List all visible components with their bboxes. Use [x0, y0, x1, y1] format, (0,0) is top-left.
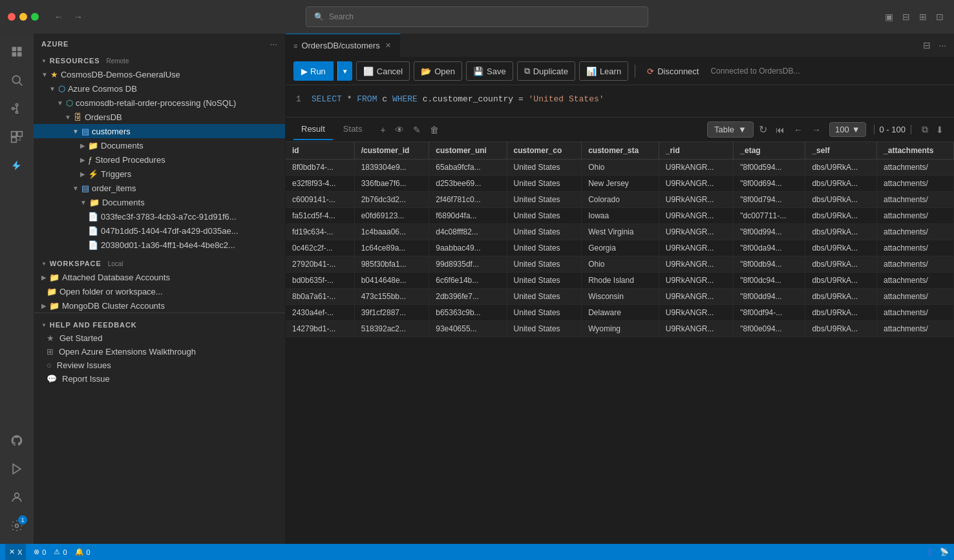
col-header-customer-co[interactable]: customer_co [507, 142, 582, 160]
view-mode-dropdown[interactable]: Table ▼ [707, 121, 754, 138]
table-row[interactable]: fa51cd5f-4...e0fd69123...f6890d4fa...Uni… [286, 208, 954, 224]
per-page-select[interactable]: 100 ▼ [829, 122, 866, 137]
add-tab-button[interactable]: + [377, 123, 388, 136]
open-button[interactable]: 📂 Open [414, 61, 462, 81]
activity-source-control[interactable] [4, 96, 30, 121]
folder-icon: 📁 [88, 141, 98, 150]
prev-page-button[interactable]: ← [790, 123, 806, 136]
tree-item-customers[interactable]: ▼ ▤ customers [34, 124, 285, 138]
run-dropdown-button[interactable]: ▼ [337, 61, 352, 81]
col-header-customer-sta[interactable]: customer_sta [582, 142, 659, 160]
search-box[interactable]: 🔍 Search [306, 6, 648, 27]
edit-button[interactable]: ✎ [410, 123, 423, 136]
status-account-icon[interactable]: 👤 [926, 548, 935, 556]
tree-item-stored-procs[interactable]: ▶ ƒ Stored Procedures [34, 152, 285, 167]
activity-explorer[interactable] [4, 39, 30, 65]
data-table-wrapper[interactable]: id /customer_id customer_uni customer_co… [286, 142, 954, 544]
back-button[interactable]: ← [52, 10, 66, 23]
run-button[interactable]: ▶ Run [293, 61, 334, 81]
tree-item-mongo-cluster[interactable]: ▶ 📁 MongoDB Cluster Accounts [34, 298, 285, 313]
tree-item-doc2[interactable]: 📄 047b1dd5-1404-47df-a429-d035ae... [34, 223, 285, 238]
activity-azure[interactable] [4, 152, 30, 178]
table-row[interactable]: 8b0a7a61-...473c155bb...2db396fe7...Unit… [286, 289, 954, 305]
activity-settings[interactable]: 1 [4, 513, 30, 539]
table-row[interactable]: 27920b41-...985f30bfa1...99d8935df...Uni… [286, 256, 954, 273]
activity-search[interactable] [4, 67, 30, 93]
tree-item-doc3[interactable]: 📄 20380d01-1a36-4ff1-b4e4-4be8c2... [34, 238, 285, 252]
tree-item-doc1[interactable]: 📄 033fec3f-3783-4cb3-a7cc-91d91f6... [34, 209, 285, 223]
status-warnings[interactable]: ⚠ 0 [54, 548, 67, 556]
section-resources[interactable]: ▼ RESOURCES Remote [34, 54, 285, 67]
minimize-button[interactable] [19, 13, 27, 21]
section-workspace[interactable]: ▼ WORKSPACE Local [34, 257, 285, 270]
view-button[interactable]: 👁 [392, 123, 407, 136]
tab-close-button[interactable]: ✕ [384, 40, 392, 51]
tree-item-ordersdb[interactable]: ▼ 🗄 OrdersDB [34, 110, 285, 124]
tree-item-open-folder[interactable]: 📁 Open folder or workspace... [34, 284, 285, 298]
learn-button[interactable]: 📊 Learn [579, 61, 628, 81]
layout-button-2[interactable]: ⊟ [900, 10, 913, 23]
tree-item-azure-cosmos[interactable]: ▼ ⬡ Azure Cosmos DB [34, 81, 285, 96]
activity-github[interactable] [4, 428, 30, 453]
first-page-button[interactable]: ⏮ [772, 123, 788, 136]
editor-tab[interactable]: ≡ OrdersDB/customers ✕ [286, 34, 401, 57]
table-row[interactable]: 0c462c2f-...1c64ce89a...9aabbac49...Unit… [286, 240, 954, 256]
disconnect-button[interactable]: ⟳ Disconnect [642, 64, 704, 79]
download-button[interactable]: ⬇ [933, 123, 946, 136]
table-cell: d253bee69... [429, 176, 507, 192]
table-row[interactable]: 14279bd1-...518392ac2...93e40655...Unite… [286, 321, 954, 337]
layout-button-4[interactable]: ⊡ [933, 10, 946, 23]
table-row[interactable]: 8f0bdb74-...1839304e9...65aba9fcfa...Uni… [286, 160, 954, 176]
help-review-issues[interactable]: ○ Review Issues [34, 358, 285, 372]
layout-button-1[interactable]: ▣ [882, 10, 896, 23]
refresh-button[interactable]: ↻ [759, 123, 767, 136]
tree-item-documents-cust[interactable]: ▶ 📁 Documents [34, 138, 285, 152]
col-header-etag[interactable]: _etag [734, 142, 805, 160]
delete-button[interactable]: 🗑 [427, 123, 441, 136]
forward-button[interactable]: → [71, 10, 85, 23]
tree-item-triggers[interactable]: ▶ ⚡ Triggers [34, 167, 285, 181]
status-info[interactable]: 🔔 0 [75, 548, 90, 556]
save-button[interactable]: 💾 Save [466, 61, 513, 81]
activity-run[interactable] [4, 456, 30, 482]
tree-item-attached-db[interactable]: ▶ 📁 Attached Database Accounts [34, 270, 285, 284]
activity-account[interactable] [4, 484, 30, 510]
col-header-attachments[interactable]: _attachments [877, 142, 954, 160]
tree-item-cosmos-retail[interactable]: ▼ ⬡ cosmosdb-retail-order-processing (No… [34, 96, 285, 110]
copy-button[interactable]: ⧉ [919, 123, 931, 136]
status-broadcast-icon[interactable]: 📡 [940, 548, 949, 556]
close-button[interactable] [8, 13, 16, 21]
search-container[interactable]: 🔍 Search [306, 6, 648, 27]
table-row[interactable]: c6009141-...2b76dc3d2...2f46f781c0...Uni… [286, 192, 954, 208]
help-azure-walkthrough[interactable]: ⊞ Open Azure Extensions Walkthrough [34, 345, 285, 358]
tree-item-order-items[interactable]: ▼ ▤ order_items [34, 181, 285, 195]
col-header-id[interactable]: id [286, 142, 354, 160]
table-row[interactable]: 2430a4ef-...39f1cf2887...b65363c9b...Uni… [286, 305, 954, 321]
status-errors[interactable]: ⊗ 0 [34, 548, 46, 556]
layout-button-3[interactable]: ⊞ [917, 10, 929, 23]
col-header-customer-id[interactable]: /customer_id [354, 142, 429, 160]
more-actions-button[interactable]: ··· [936, 39, 949, 52]
tree-item-cosmos-demos[interactable]: ▼ ★ CosmosDB-Demos-GeneralUse [34, 67, 285, 81]
split-editor-button[interactable]: ⊟ [920, 39, 933, 52]
tab-stats[interactable]: Stats [335, 119, 370, 140]
next-page-button[interactable]: → [809, 123, 824, 136]
activity-extensions[interactable] [4, 124, 30, 150]
tab-result[interactable]: Result [293, 119, 333, 140]
status-ext[interactable]: ✕ X [5, 544, 26, 560]
col-header-rid[interactable]: _rid [659, 142, 734, 160]
code-editor[interactable]: 1 SELECT * FROM c WHERE c.customer_count… [286, 85, 954, 118]
cancel-button[interactable]: ⬜ Cancel [356, 61, 410, 81]
help-get-started[interactable]: ★ Get Started [34, 331, 285, 345]
sidebar-more-button[interactable]: ··· [270, 39, 277, 49]
table-cell: 93e40655... [429, 321, 507, 337]
col-header-customer-uni[interactable]: customer_uni [429, 142, 507, 160]
col-header-self[interactable]: _self [805, 142, 877, 160]
table-row[interactable]: bd0b635f-...b0414648e...6c6f6e14b...Unit… [286, 273, 954, 289]
table-row[interactable]: e32f8f93-4...336fbae7f6...d253bee69...Un… [286, 176, 954, 192]
tree-item-documents-ord[interactable]: ▼ 📁 Documents [34, 195, 285, 209]
help-report-issue[interactable]: 💬 Report Issue [34, 372, 285, 386]
duplicate-button[interactable]: ⧉ Duplicate [517, 61, 575, 81]
maximize-button[interactable] [31, 13, 39, 21]
table-row[interactable]: fd19c634-...1c4baaa06...d4c08fff82...Uni… [286, 224, 954, 240]
